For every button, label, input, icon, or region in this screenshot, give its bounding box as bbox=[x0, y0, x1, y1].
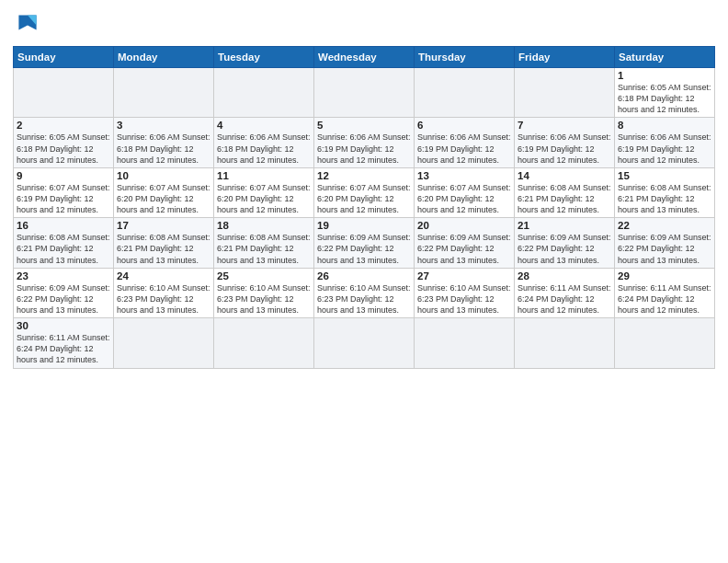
empty-day-cell bbox=[114, 318, 214, 368]
day-cell: 16Sunrise: 6:08 AM Sunset: 6:21 PM Dayli… bbox=[14, 218, 114, 268]
day-number: 24 bbox=[117, 270, 210, 282]
day-cell: 2Sunrise: 6:05 AM Sunset: 6:18 PM Daylig… bbox=[14, 118, 114, 167]
day-info: Sunrise: 6:08 AM Sunset: 6:21 PM Dayligh… bbox=[117, 232, 210, 265]
empty-day-cell bbox=[314, 68, 415, 118]
day-cell: 8Sunrise: 6:06 AM Sunset: 6:19 PM Daylig… bbox=[615, 118, 715, 167]
weekday-header-thursday: Thursday bbox=[415, 47, 515, 68]
day-number: 18 bbox=[217, 220, 311, 231]
weekday-header-sunday: Sunday bbox=[14, 47, 114, 68]
day-cell: 10Sunrise: 6:07 AM Sunset: 6:20 PM Dayli… bbox=[114, 167, 214, 217]
day-cell: 3Sunrise: 6:06 AM Sunset: 6:18 PM Daylig… bbox=[114, 118, 214, 167]
day-info: Sunrise: 6:09 AM Sunset: 6:22 PM Dayligh… bbox=[518, 232, 611, 265]
day-cell: 24Sunrise: 6:10 AM Sunset: 6:23 PM Dayli… bbox=[114, 268, 214, 317]
day-number: 9 bbox=[17, 170, 110, 181]
day-cell: 22Sunrise: 6:09 AM Sunset: 6:22 PM Dayli… bbox=[615, 218, 715, 268]
weekday-header-wednesday: Wednesday bbox=[314, 47, 415, 68]
empty-day-cell bbox=[615, 318, 715, 368]
day-info: Sunrise: 6:10 AM Sunset: 6:23 PM Dayligh… bbox=[317, 282, 411, 316]
day-cell: 13Sunrise: 6:07 AM Sunset: 6:20 PM Dayli… bbox=[415, 167, 515, 217]
weekday-header-row: SundayMondayTuesdayWednesdayThursdayFrid… bbox=[14, 47, 715, 68]
day-info: Sunrise: 6:11 AM Sunset: 6:24 PM Dayligh… bbox=[17, 332, 110, 365]
day-cell: 11Sunrise: 6:07 AM Sunset: 6:20 PM Dayli… bbox=[214, 167, 314, 217]
day-info: Sunrise: 6:06 AM Sunset: 6:19 PM Dayligh… bbox=[317, 132, 411, 165]
day-number: 22 bbox=[618, 220, 711, 231]
day-number: 8 bbox=[618, 120, 711, 131]
day-cell: 26Sunrise: 6:10 AM Sunset: 6:23 PM Dayli… bbox=[314, 268, 415, 317]
day-cell: 30Sunrise: 6:11 AM Sunset: 6:24 PM Dayli… bbox=[14, 318, 114, 368]
day-number: 13 bbox=[417, 170, 511, 181]
day-info: Sunrise: 6:07 AM Sunset: 6:19 PM Dayligh… bbox=[17, 182, 110, 215]
day-info: Sunrise: 6:07 AM Sunset: 6:20 PM Dayligh… bbox=[317, 182, 411, 215]
day-info: Sunrise: 6:09 AM Sunset: 6:22 PM Dayligh… bbox=[317, 232, 411, 265]
day-info: Sunrise: 6:09 AM Sunset: 6:22 PM Dayligh… bbox=[417, 232, 511, 265]
day-info: Sunrise: 6:06 AM Sunset: 6:19 PM Dayligh… bbox=[618, 132, 711, 165]
day-number: 23 bbox=[17, 270, 110, 282]
day-number: 4 bbox=[217, 120, 311, 131]
day-cell: 17Sunrise: 6:08 AM Sunset: 6:21 PM Dayli… bbox=[114, 218, 214, 268]
day-cell: 7Sunrise: 6:06 AM Sunset: 6:19 PM Daylig… bbox=[515, 118, 615, 167]
day-number: 19 bbox=[317, 220, 411, 231]
weekday-header-saturday: Saturday bbox=[615, 47, 715, 68]
day-info: Sunrise: 6:08 AM Sunset: 6:21 PM Dayligh… bbox=[618, 182, 711, 215]
day-number: 20 bbox=[417, 220, 511, 231]
day-cell: 23Sunrise: 6:09 AM Sunset: 6:22 PM Dayli… bbox=[14, 268, 114, 317]
day-number: 29 bbox=[618, 270, 711, 282]
weekday-header-tuesday: Tuesday bbox=[214, 47, 314, 68]
empty-day-cell bbox=[515, 68, 615, 118]
day-number: 17 bbox=[117, 220, 210, 231]
day-number: 12 bbox=[317, 170, 411, 181]
calendar-week-row: 30Sunrise: 6:11 AM Sunset: 6:24 PM Dayli… bbox=[14, 318, 715, 368]
day-cell: 21Sunrise: 6:09 AM Sunset: 6:22 PM Dayli… bbox=[515, 218, 615, 268]
day-info: Sunrise: 6:06 AM Sunset: 6:18 PM Dayligh… bbox=[217, 132, 311, 165]
day-cell: 18Sunrise: 6:08 AM Sunset: 6:21 PM Dayli… bbox=[214, 218, 314, 268]
day-number: 10 bbox=[117, 170, 210, 181]
day-number: 6 bbox=[417, 120, 511, 131]
empty-day-cell bbox=[415, 68, 515, 118]
day-cell: 20Sunrise: 6:09 AM Sunset: 6:22 PM Dayli… bbox=[415, 218, 515, 268]
day-info: Sunrise: 6:05 AM Sunset: 6:18 PM Dayligh… bbox=[618, 82, 711, 115]
generalblue-logo-icon bbox=[13, 9, 42, 39]
day-number: 14 bbox=[518, 170, 611, 181]
day-cell: 29Sunrise: 6:11 AM Sunset: 6:24 PM Dayli… bbox=[615, 268, 715, 317]
day-number: 25 bbox=[217, 270, 311, 282]
logo-area bbox=[13, 9, 48, 39]
empty-day-cell bbox=[214, 318, 314, 368]
day-cell: 4Sunrise: 6:06 AM Sunset: 6:18 PM Daylig… bbox=[214, 118, 314, 167]
empty-day-cell bbox=[14, 68, 114, 118]
day-number: 3 bbox=[117, 120, 210, 131]
day-cell: 27Sunrise: 6:10 AM Sunset: 6:23 PM Dayli… bbox=[415, 268, 515, 317]
empty-day-cell bbox=[214, 68, 314, 118]
day-info: Sunrise: 6:09 AM Sunset: 6:22 PM Dayligh… bbox=[618, 232, 711, 265]
day-number: 30 bbox=[17, 320, 110, 331]
empty-day-cell bbox=[415, 318, 515, 368]
calendar-week-row: 1Sunrise: 6:05 AM Sunset: 6:18 PM Daylig… bbox=[14, 68, 715, 118]
day-info: Sunrise: 6:06 AM Sunset: 6:19 PM Dayligh… bbox=[417, 132, 511, 165]
calendar-table: SundayMondayTuesdayWednesdayThursdayFrid… bbox=[13, 46, 715, 369]
day-info: Sunrise: 6:07 AM Sunset: 6:20 PM Dayligh… bbox=[217, 182, 311, 215]
day-info: Sunrise: 6:11 AM Sunset: 6:24 PM Dayligh… bbox=[618, 282, 711, 316]
day-number: 16 bbox=[17, 220, 110, 231]
day-info: Sunrise: 6:08 AM Sunset: 6:21 PM Dayligh… bbox=[217, 232, 311, 265]
day-number: 7 bbox=[518, 120, 611, 131]
day-number: 5 bbox=[317, 120, 411, 131]
day-info: Sunrise: 6:09 AM Sunset: 6:22 PM Dayligh… bbox=[17, 282, 110, 316]
day-cell: 14Sunrise: 6:08 AM Sunset: 6:21 PM Dayli… bbox=[515, 167, 615, 217]
day-info: Sunrise: 6:08 AM Sunset: 6:21 PM Dayligh… bbox=[17, 232, 110, 265]
calendar-week-row: 2Sunrise: 6:05 AM Sunset: 6:18 PM Daylig… bbox=[14, 118, 715, 167]
empty-day-cell bbox=[515, 318, 615, 368]
day-cell: 9Sunrise: 6:07 AM Sunset: 6:19 PM Daylig… bbox=[14, 167, 114, 217]
day-number: 21 bbox=[518, 220, 611, 231]
day-cell: 15Sunrise: 6:08 AM Sunset: 6:21 PM Dayli… bbox=[615, 167, 715, 217]
day-number: 11 bbox=[217, 170, 311, 181]
day-number: 28 bbox=[518, 270, 611, 282]
day-info: Sunrise: 6:05 AM Sunset: 6:18 PM Dayligh… bbox=[17, 132, 110, 165]
weekday-header-monday: Monday bbox=[114, 47, 214, 68]
day-info: Sunrise: 6:07 AM Sunset: 6:20 PM Dayligh… bbox=[117, 182, 210, 215]
day-cell: 25Sunrise: 6:10 AM Sunset: 6:23 PM Dayli… bbox=[214, 268, 314, 317]
header bbox=[13, 9, 715, 39]
empty-day-cell bbox=[114, 68, 214, 118]
day-info: Sunrise: 6:11 AM Sunset: 6:24 PM Dayligh… bbox=[518, 282, 611, 316]
calendar-week-row: 9Sunrise: 6:07 AM Sunset: 6:19 PM Daylig… bbox=[14, 167, 715, 217]
weekday-header-friday: Friday bbox=[515, 47, 615, 68]
day-number: 27 bbox=[417, 270, 511, 282]
